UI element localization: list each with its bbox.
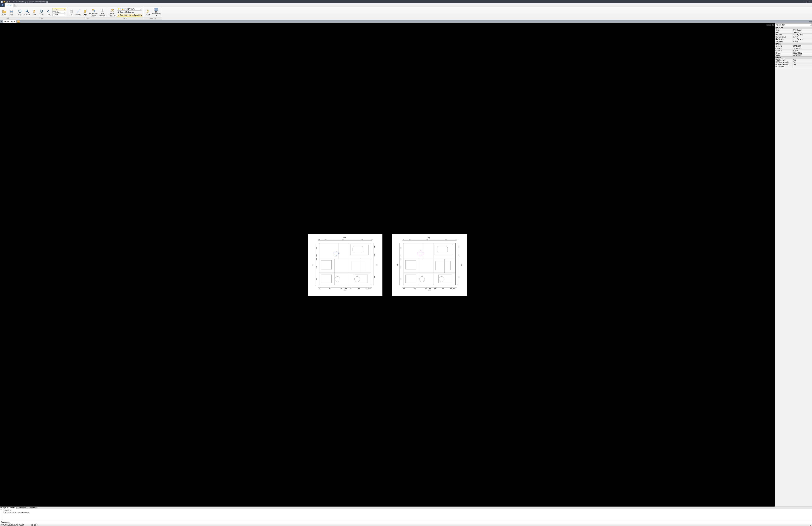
prop-group-misc[interactable]: ⊟Misc: [775, 57, 812, 59]
ribbon-tab-row: Z Home ▾: [0, 3, 812, 7]
prop-row-ucs-name[interactable]: UCS Name: [775, 66, 812, 68]
hide-button[interactable]: Hide: [45, 7, 52, 17]
file-compare-button[interactable]: FileCompare: [98, 7, 106, 17]
prop-row-ucs-icon-origin[interactable]: UCS icon at originYes: [775, 61, 812, 63]
pan-button[interactable]: Pan: [31, 7, 38, 17]
viewport-close-icon[interactable]: ✕: [772, 24, 774, 26]
prop-row-color[interactable]: ColorByLayer: [775, 29, 812, 31]
svg-text:4820: 4820: [358, 288, 360, 289]
maximize-icon[interactable]: ▢: [805, 0, 808, 3]
prop-row-center-x[interactable]: Center X9761.9923: [775, 45, 812, 47]
prop-row-width[interactable]: Width44973.7809: [775, 54, 812, 57]
plot-button[interactable]: Plot: [8, 7, 15, 17]
svg-text:3020: 3020: [316, 278, 317, 280]
viewport-maximize-icon[interactable]: ▢: [769, 24, 771, 26]
prop-group-general[interactable]: ⊟General: [775, 27, 812, 29]
command-prompt-label: Command:: [1, 521, 10, 523]
viewport-minimize-icon[interactable]: ―: [767, 24, 769, 26]
close-icon[interactable]: ✕: [809, 0, 811, 3]
view-preset-list: Top▾ Bottom▾ Left▾: [52, 8, 66, 17]
svg-text:240: 240: [401, 258, 402, 260]
drawing-canvas[interactable]: ― ▢ ✕ 13098 340 2700 4380 5638 140: [0, 23, 775, 507]
layer-combo[interactable]: 💡 ☀ 🔓 TABULKY1 ▾: [117, 7, 142, 11]
title-bar: 📄 📂 💾 ▾ ZWCAD Viewer - [C:\Zakaznici sou…: [0, 0, 812, 3]
prop-row-linetype[interactable]: LinetypeByLayer: [775, 34, 812, 36]
orbit-button[interactable]: Orbit: [38, 7, 45, 17]
prop-row-thickness[interactable]: Thickness0.0000: [775, 41, 812, 43]
last-layout-icon[interactable]: ⏭: [7, 507, 9, 509]
svg-rect-82: [335, 255, 336, 256]
open-button[interactable]: Open: [1, 7, 8, 17]
new-icon[interactable]: 📄: [1, 0, 3, 3]
options-button[interactable]: Options: [144, 7, 151, 17]
svg-text:13098: 13098: [343, 237, 346, 238]
view-top[interactable]: Top▾: [53, 8, 66, 11]
floorplan-viewport-1: 13098 340 2700 4380 5638 140 10480 2090 …: [308, 234, 382, 296]
svg-rect-130: [417, 253, 418, 254]
properties-toggle[interactable]: ▭Properties: [132, 14, 142, 17]
prop-row-center-z[interactable]: Center Z0.0000: [775, 50, 812, 52]
view-bottom[interactable]: Bottom▾: [53, 11, 66, 14]
ortho-toggle-icon[interactable]: ≡: [37, 524, 39, 526]
layout-tab-1[interactable]: Rozvrženi1: [17, 507, 27, 509]
svg-text:2700: 2700: [409, 239, 411, 240]
save-icon[interactable]: 💾: [6, 0, 8, 3]
prev-layout-icon[interactable]: ◀: [2, 507, 4, 509]
command-history-panel: ✕ Command: Open an AutoCAD 2010 DWG file…: [0, 509, 812, 520]
layout-tab-model[interactable]: Model: [9, 507, 17, 509]
svg-text:340: 340: [403, 239, 404, 240]
app-menu-button[interactable]: Z: [0, 3, 4, 7]
open-document-icon[interactable]: [17, 20, 20, 22]
svg-rect-77: [334, 252, 338, 255]
command-input[interactable]: [11, 521, 811, 523]
prop-row-layer[interactable]: LayerTABULKY1: [775, 31, 812, 34]
collapse-icon: ⊟: [775, 57, 777, 59]
next-layout-icon[interactable]: ▶: [4, 507, 7, 509]
region-mass-button[interactable]: Region/MassProperties: [89, 7, 98, 17]
close-tab-icon[interactable]: ✕: [14, 20, 15, 22]
extents-button[interactable]: Extents: [24, 7, 31, 17]
zoom-extents-icon: [25, 9, 29, 14]
distance-button[interactable]: Distance: [75, 7, 82, 17]
prop-row-ucs-per-viewport[interactable]: UCS per viewportYes: [775, 63, 812, 66]
area-button[interactable]: Area: [82, 7, 89, 17]
first-layout-icon[interactable]: ⏮: [0, 507, 2, 509]
close-command-panel-icon[interactable]: ✕: [0, 509, 2, 520]
svg-rect-123: [406, 260, 416, 269]
ribbon-minimize-icon[interactable]: ▾: [14, 4, 17, 7]
prop-row-lineweight[interactable]: LineWeightByLayer: [775, 38, 812, 41]
svg-rect-31: [155, 10, 158, 11]
svg-text:1580: 1580: [401, 255, 402, 256]
close-panel-icon[interactable]: ✕: [810, 20, 812, 22]
commandline-icon: ▭: [118, 14, 119, 16]
regen-button[interactable]: Regen: [16, 7, 24, 17]
svg-rect-80: [335, 251, 336, 252]
dwg-file-icon: ▦: [4, 20, 6, 22]
tab-home[interactable]: Home: [4, 3, 14, 7]
command-line-toggle[interactable]: ▭Command Line: [117, 14, 131, 17]
grid-toggle-icon[interactable]: ▦: [31, 524, 33, 526]
svg-text:4570: 4570: [414, 288, 416, 289]
view-left[interactable]: Left▾: [53, 14, 66, 16]
svg-text:340: 340: [319, 288, 320, 289]
prop-row-height[interactable]: Height19287.9186: [775, 52, 812, 54]
selection-combo[interactable]: No selection ▾: [775, 24, 812, 26]
open-icon[interactable]: 📂: [3, 0, 5, 3]
layout-tab-2[interactable]: Rozvrženi2: [27, 507, 38, 509]
external-reference-button[interactable]: 🗎External Reference: [117, 11, 142, 14]
prop-row-ucs-icon-on[interactable]: UCS Icon OnYes: [775, 59, 812, 61]
resize-grip-icon[interactable]: ◢: [810, 524, 811, 526]
snap-toggle-icon[interactable]: ▤: [34, 524, 36, 526]
tile-horizontally-button[interactable]: TileHorizontally ▾: [151, 7, 161, 17]
prop-group-view[interactable]: ⊟View: [775, 43, 812, 45]
minimize-icon[interactable]: ―: [801, 0, 804, 3]
document-tab[interactable]: ▦ Test.dwg ✕: [3, 20, 16, 23]
list-button[interactable]: List: [68, 7, 75, 17]
layer-properties-button[interactable]: LayerProperties: [108, 7, 117, 17]
svg-text:2700: 2700: [324, 239, 327, 240]
prop-row-linetype-scale[interactable]: Linetype scale1.0000: [775, 36, 812, 38]
doc-tabs-dropdown-icon[interactable]: ▾: [1, 20, 3, 22]
svg-rect-79: [338, 253, 339, 254]
prop-row-center-y[interactable]: Center Y7039.4255: [775, 47, 812, 50]
qat-dropdown-icon[interactable]: ▾: [9, 0, 11, 3]
